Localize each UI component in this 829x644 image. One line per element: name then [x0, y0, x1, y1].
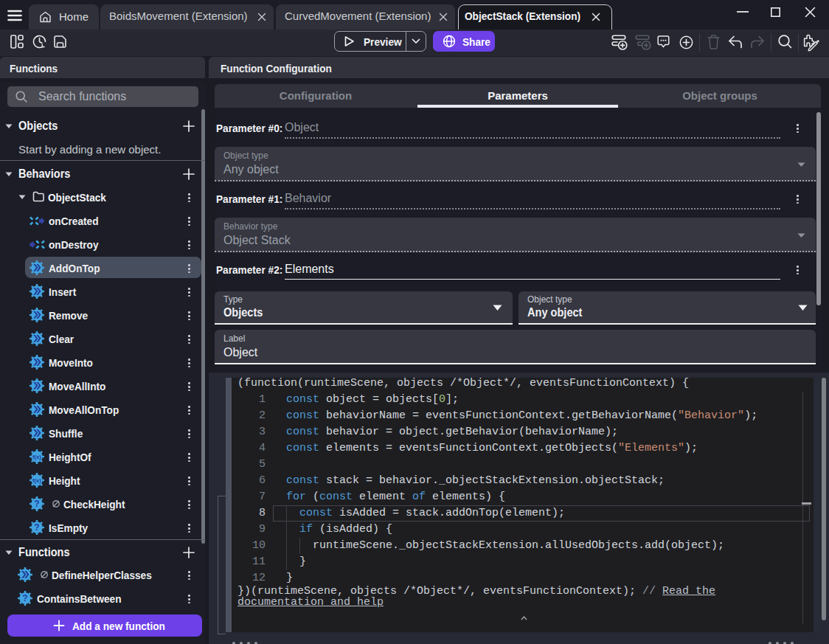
svg-text:?: ? — [22, 593, 27, 603]
svg-text:?: ? — [34, 522, 39, 533]
svg-text:?: ? — [34, 499, 39, 509]
svg-text:f(x): f(x) — [32, 477, 41, 484]
svg-text:f(x): f(x) — [32, 454, 41, 460]
